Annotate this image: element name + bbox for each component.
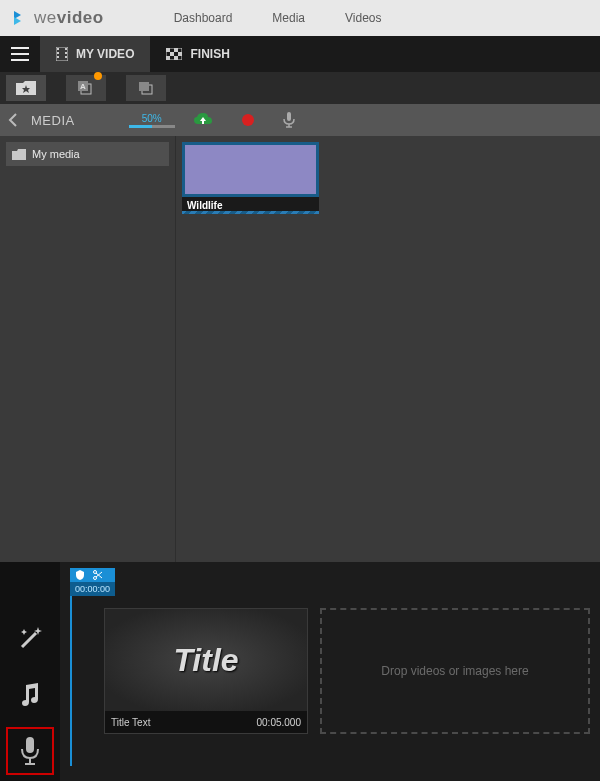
app-logo: wevideo bbox=[12, 8, 104, 28]
folder-star-icon bbox=[16, 81, 36, 95]
progress-fill bbox=[129, 125, 152, 128]
title-preview: Title bbox=[105, 609, 307, 711]
progress-bar bbox=[129, 125, 175, 128]
voiceover-button[interactable] bbox=[6, 727, 54, 775]
playhead-time: 00:00:00 bbox=[70, 582, 115, 596]
record-button[interactable] bbox=[241, 113, 255, 127]
header-bar: MY VIDEO FINISH bbox=[0, 36, 600, 72]
svg-text:A: A bbox=[80, 82, 86, 91]
svg-rect-2 bbox=[11, 47, 29, 49]
nav-media[interactable]: Media bbox=[272, 11, 305, 25]
svg-rect-6 bbox=[57, 48, 59, 50]
chevron-left-icon bbox=[8, 113, 17, 127]
tab-my-video[interactable]: MY VIDEO bbox=[40, 36, 150, 72]
tab-finish[interactable]: FINISH bbox=[150, 36, 245, 72]
svg-rect-9 bbox=[65, 48, 67, 50]
svg-line-36 bbox=[96, 573, 102, 578]
title-preview-text: Title bbox=[173, 642, 238, 679]
microphone-icon bbox=[283, 112, 295, 128]
svg-rect-31 bbox=[26, 737, 34, 753]
finish-icon bbox=[166, 48, 182, 60]
text-stack-icon: A bbox=[78, 81, 94, 95]
timeline-area: 00:00:00 Title Title Text 00:05.000 Drop… bbox=[0, 562, 600, 781]
drop-hint: Drop videos or images here bbox=[381, 664, 528, 678]
folder-icon bbox=[12, 149, 26, 160]
drop-zone[interactable]: Drop videos or images here bbox=[320, 608, 590, 734]
svg-rect-13 bbox=[166, 48, 170, 52]
media-label: MEDIA bbox=[31, 113, 75, 128]
title-clip-label: Title Text bbox=[111, 717, 150, 728]
hamburger-icon bbox=[11, 47, 29, 61]
timeline-sidebar bbox=[0, 562, 60, 781]
mic-button[interactable] bbox=[283, 112, 295, 128]
playhead-tab bbox=[70, 568, 115, 582]
clip-item[interactable]: Wildlife bbox=[182, 142, 319, 214]
shield-icon bbox=[75, 570, 85, 580]
svg-rect-10 bbox=[65, 52, 67, 54]
toolbar-folder-button[interactable] bbox=[6, 75, 46, 101]
menu-button[interactable] bbox=[0, 36, 40, 72]
title-clip-duration: 00:05.000 bbox=[257, 717, 302, 728]
toolbar-text-button[interactable]: A bbox=[66, 75, 106, 101]
svg-rect-8 bbox=[57, 56, 59, 58]
folder-my-media[interactable]: My media bbox=[6, 142, 169, 166]
svg-rect-27 bbox=[287, 112, 291, 121]
svg-rect-15 bbox=[170, 52, 174, 56]
folder-label: My media bbox=[32, 148, 80, 160]
nav-dashboard[interactable]: Dashboard bbox=[174, 11, 233, 25]
notification-dot-icon bbox=[94, 72, 102, 80]
upload-button[interactable] bbox=[193, 112, 213, 128]
svg-point-26 bbox=[242, 114, 254, 126]
music-button[interactable] bbox=[6, 671, 54, 719]
svg-rect-14 bbox=[174, 48, 178, 52]
microphone-large-icon bbox=[19, 736, 41, 766]
track-row: Title Title Text 00:05.000 Drop videos o… bbox=[104, 608, 590, 734]
record-icon bbox=[241, 113, 255, 127]
svg-line-37 bbox=[96, 572, 102, 577]
tab-my-video-label: MY VIDEO bbox=[76, 47, 134, 61]
nav-links: Dashboard Media Videos bbox=[174, 11, 382, 25]
svg-rect-16 bbox=[178, 52, 182, 56]
svg-rect-11 bbox=[65, 56, 67, 58]
svg-rect-4 bbox=[11, 59, 29, 61]
media-bar: MEDIA 50% bbox=[0, 104, 600, 136]
svg-rect-3 bbox=[11, 53, 29, 55]
svg-line-30 bbox=[22, 633, 36, 647]
title-clip[interactable]: Title Title Text 00:05.000 bbox=[104, 608, 308, 734]
effects-button[interactable] bbox=[6, 615, 54, 663]
clip-label: Wildlife bbox=[182, 197, 319, 214]
clip-thumbnail bbox=[182, 142, 319, 197]
logo-icon bbox=[12, 9, 30, 27]
folder-panel: My media bbox=[0, 136, 175, 562]
magic-wand-icon bbox=[16, 625, 44, 653]
scissors-icon bbox=[93, 570, 103, 580]
nav-videos[interactable]: Videos bbox=[345, 11, 381, 25]
layers-icon bbox=[138, 81, 154, 95]
clip-panel: Wildlife bbox=[175, 136, 600, 562]
music-note-icon bbox=[16, 681, 44, 709]
svg-rect-18 bbox=[174, 56, 178, 60]
playhead-line bbox=[70, 596, 72, 766]
tab-finish-label: FINISH bbox=[190, 47, 229, 61]
svg-rect-17 bbox=[166, 56, 170, 60]
toolbar-layers-button[interactable] bbox=[126, 75, 166, 101]
svg-rect-7 bbox=[57, 52, 59, 54]
svg-rect-24 bbox=[139, 82, 149, 91]
upload-progress: 50% bbox=[129, 113, 175, 128]
back-button[interactable] bbox=[8, 113, 17, 127]
title-info-bar: Title Text 00:05.000 bbox=[105, 711, 307, 733]
svg-marker-1 bbox=[14, 17, 21, 25]
progress-percent: 50% bbox=[142, 113, 162, 124]
timeline-main[interactable]: 00:00:00 Title Title Text 00:05.000 Drop… bbox=[60, 562, 600, 781]
media-area: My media Wildlife bbox=[0, 136, 600, 562]
app-topbar: wevideo Dashboard Media Videos bbox=[0, 0, 600, 36]
icon-toolbar: A bbox=[0, 72, 600, 104]
film-icon bbox=[56, 47, 68, 61]
logo-text: wevideo bbox=[34, 8, 104, 28]
cloud-upload-icon bbox=[193, 112, 213, 128]
